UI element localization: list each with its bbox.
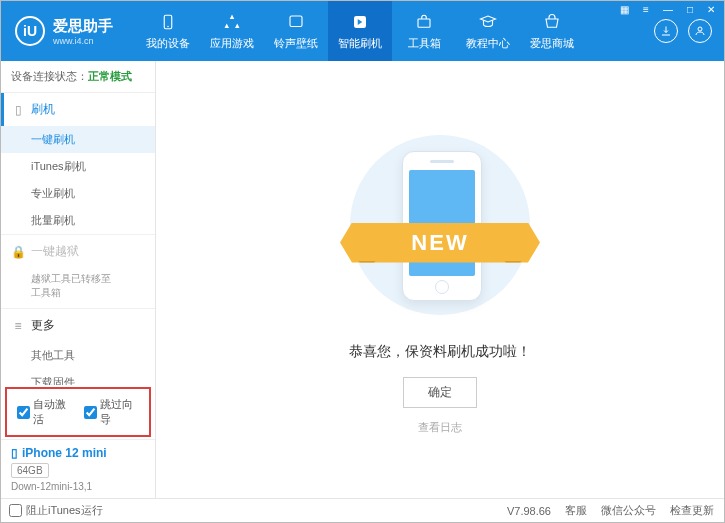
device-block[interactable]: ▯ iPhone 12 mini 64GB Down-12mini-13,1 [1,439,155,498]
nav-label: 工具箱 [408,36,441,51]
menu-icon[interactable]: ▦ [616,2,633,17]
confirm-button[interactable]: 确定 [403,377,477,408]
jailbreak-note: 越狱工具已转移至 工具箱 [1,268,155,308]
svg-point-1 [167,25,169,27]
customer-service-link[interactable]: 客服 [565,503,587,518]
menu-title: 刷机 [31,101,55,118]
footer: 阻止iTunes运行 V7.98.66 客服 微信公众号 检查更新 [1,498,724,522]
view-log-link[interactable]: 查看日志 [418,420,462,435]
toolbox-icon [414,12,434,32]
menu-pro-flash[interactable]: 专业刷机 [1,180,155,207]
nav-toolbox[interactable]: 工具箱 [392,1,456,61]
phone-icon: ▯ [11,103,25,117]
logo-icon: iU [15,16,45,46]
nav-apps-games[interactable]: 应用游戏 [200,1,264,61]
menu-title: 一键越狱 [31,243,79,260]
device-icon [158,12,178,32]
logo-area: iU 爱思助手 www.i4.cn [1,16,136,46]
skip-guide-checkbox[interactable]: 跳过向导 [84,397,139,427]
nav-label: 应用游戏 [210,36,254,51]
check-update-link[interactable]: 检查更新 [670,503,714,518]
nav-my-device[interactable]: 我的设备 [136,1,200,61]
tutorial-icon [478,12,498,32]
menu-oneclick-flash[interactable]: 一键刷机 [1,126,155,153]
menu-more-header[interactable]: ≡ 更多 [1,309,155,342]
svg-rect-2 [290,16,302,27]
main-content: NEW 恭喜您，保资料刷机成功啦！ 确定 查看日志 [156,61,724,498]
nav-label: 教程中心 [466,36,510,51]
app-url: www.i4.cn [53,36,113,46]
download-button[interactable] [654,19,678,43]
sidebar: 设备连接状态：正常模式 ▯ 刷机 一键刷机 iTunes刷机 专业刷机 批量刷机… [1,61,156,498]
nav-label: 我的设备 [146,36,190,51]
menu-flash-header[interactable]: ▯ 刷机 [1,93,155,126]
conn-label: 设备连接状态： [11,70,88,82]
settings-icon[interactable]: ≡ [639,2,653,17]
app-header: iU 爱思助手 www.i4.cn 我的设备 应用游戏 铃声壁纸 智能刷机 工具… [1,1,724,61]
user-button[interactable] [688,19,712,43]
nav-label: 铃声壁纸 [274,36,318,51]
svg-point-5 [698,27,702,31]
checkbox-label: 自动激活 [33,397,72,427]
auto-activate-checkbox[interactable]: 自动激活 [17,397,72,427]
success-illustration: NEW [330,125,550,325]
version-label: V7.98.66 [507,505,551,517]
sidebar-menu: ▯ 刷机 一键刷机 iTunes刷机 专业刷机 批量刷机 🔒 一键越狱 越狱工具… [1,93,155,385]
close-icon[interactable]: ✕ [703,2,719,17]
success-message: 恭喜您，保资料刷机成功啦！ [349,343,531,361]
nav-store[interactable]: 爱思商城 [520,1,584,61]
flash-icon [350,12,370,32]
lock-icon: 🔒 [11,245,25,259]
app-title: 爱思助手 [53,17,113,36]
minimize-icon[interactable]: — [659,2,677,17]
nav-label: 智能刷机 [338,36,382,51]
connection-status: 设备连接状态：正常模式 [1,61,155,93]
header-right [654,19,724,43]
menu-jailbreak-header[interactable]: 🔒 一键越狱 [1,235,155,268]
apps-icon [222,12,242,32]
main-nav: 我的设备 应用游戏 铃声壁纸 智能刷机 工具箱 教程中心 爱思商城 [136,1,654,61]
more-icon: ≡ [11,319,25,333]
menu-title: 更多 [31,317,55,334]
options-row: 自动激活 跳过向导 [5,387,151,437]
wechat-link[interactable]: 微信公众号 [601,503,656,518]
nav-ringtone-wallpaper[interactable]: 铃声壁纸 [264,1,328,61]
nav-tutorials[interactable]: 教程中心 [456,1,520,61]
phone-icon: ▯ [11,446,18,460]
new-ribbon: NEW [340,223,540,263]
nav-label: 爱思商城 [530,36,574,51]
menu-itunes-flash[interactable]: iTunes刷机 [1,153,155,180]
maximize-icon[interactable]: □ [683,2,697,17]
checkbox-label: 阻止iTunes运行 [26,503,103,518]
media-icon [286,12,306,32]
block-itunes-checkbox[interactable]: 阻止iTunes运行 [9,503,103,518]
store-icon [542,12,562,32]
svg-rect-4 [418,19,430,27]
device-storage: 64GB [11,463,49,478]
checkbox-label: 跳过向导 [100,397,139,427]
window-controls: ▦ ≡ — □ ✕ [616,2,719,17]
nav-smart-flash[interactable]: 智能刷机 [328,1,392,61]
conn-value: 正常模式 [88,70,132,82]
menu-other-tools[interactable]: 其他工具 [1,342,155,369]
device-name: ▯ iPhone 12 mini [11,446,145,460]
menu-download-firmware[interactable]: 下载固件 [1,369,155,385]
device-model: Down-12mini-13,1 [11,481,145,492]
menu-batch-flash[interactable]: 批量刷机 [1,207,155,234]
